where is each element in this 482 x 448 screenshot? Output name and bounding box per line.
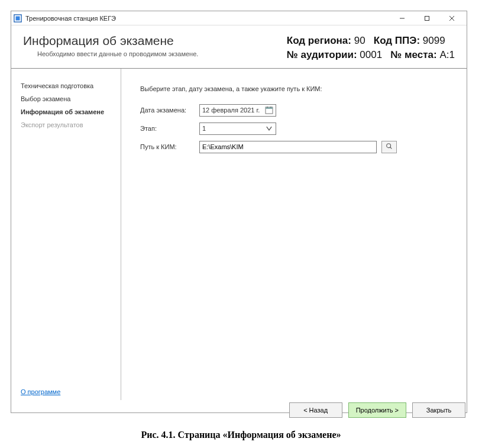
kim-path-label: Путь к КИМ: bbox=[140, 143, 199, 150]
svg-point-10 bbox=[387, 144, 391, 148]
row-kim-path: Путь к КИМ: bbox=[140, 141, 454, 153]
minimize-button[interactable] bbox=[390, 12, 415, 25]
kim-path-input[interactable] bbox=[202, 143, 374, 150]
header-right: Код региона: 90 Код ППЭ: 9099 № аудитори… bbox=[287, 34, 455, 62]
maximize-button[interactable] bbox=[415, 12, 439, 25]
browse-button[interactable] bbox=[381, 141, 397, 153]
titlebar: Тренировочная станция КЕГЭ bbox=[11, 11, 467, 25]
app-icon bbox=[14, 14, 22, 22]
main-panel: Выберите этап, дату экзамена, а также ук… bbox=[121, 69, 467, 400]
calendar-icon[interactable] bbox=[265, 106, 273, 114]
close-button[interactable] bbox=[439, 12, 464, 25]
place-number-value: A:1 bbox=[439, 49, 455, 60]
exam-date-label: Дата экзамена: bbox=[140, 107, 199, 114]
row-exam-date: Дата экзамена: 12 февраля 2021 г. bbox=[140, 104, 454, 117]
header-left: Информация об экзамене Необходимо ввести… bbox=[23, 34, 198, 57]
continue-button[interactable]: Продолжить > bbox=[348, 402, 406, 418]
room-number-value: 0001 bbox=[360, 49, 382, 60]
stage-combo[interactable]: 1 bbox=[199, 123, 276, 135]
place-number-label: № места: bbox=[390, 49, 436, 60]
footer-buttons: < Назад Продолжить > Закрыть bbox=[289, 402, 465, 418]
row-stage: Этап: 1 bbox=[140, 123, 454, 135]
window-title: Тренировочная станция КЕГЭ bbox=[25, 15, 116, 22]
sidebar-item-exam-select[interactable]: Выбор экзамена bbox=[11, 92, 121, 105]
svg-rect-3 bbox=[425, 16, 429, 20]
about-link[interactable]: О программе bbox=[11, 383, 121, 400]
kim-path-field[interactable] bbox=[199, 141, 377, 153]
page-title: Информация об экзамене bbox=[23, 34, 198, 48]
exam-date-value: 12 февраля 2021 г. bbox=[202, 107, 260, 114]
ppe-code-value: 9099 bbox=[423, 35, 445, 46]
sidebar-item-exam-info[interactable]: Информация об экзамене bbox=[11, 105, 121, 118]
ppe-code-label: Код ППЭ: bbox=[374, 35, 420, 46]
header: Информация об экзамене Необходимо ввести… bbox=[11, 25, 467, 69]
sidebar-item-tech-prep[interactable]: Техническая подготовка bbox=[11, 79, 121, 92]
page-subtitle: Необходимо ввести данные о проводимом эк… bbox=[23, 50, 198, 57]
figure-caption: Рис. 4.1. Страница «Информация об экзаме… bbox=[0, 430, 482, 440]
stage-value: 1 bbox=[202, 125, 206, 132]
body: Техническая подготовка Выбор экзамена Ин… bbox=[11, 69, 467, 400]
sidebar: Техническая подготовка Выбор экзамена Ин… bbox=[11, 69, 121, 400]
stage-label: Этап: bbox=[140, 125, 199, 132]
search-icon bbox=[386, 143, 393, 151]
room-number-label: № аудитории: bbox=[287, 49, 357, 60]
region-code-label: Код региона: bbox=[287, 35, 351, 46]
sidebar-item-export: Экспорт результатов bbox=[11, 118, 121, 131]
region-code-value: 90 bbox=[354, 35, 365, 46]
sidebar-items: Техническая подготовка Выбор экзамена Ин… bbox=[11, 79, 121, 383]
exam-date-field[interactable]: 12 февраля 2021 г. bbox=[199, 104, 276, 117]
chevron-down-icon bbox=[265, 124, 273, 133]
close-app-button[interactable]: Закрыть bbox=[412, 402, 465, 418]
svg-line-11 bbox=[390, 147, 392, 149]
svg-rect-7 bbox=[266, 107, 273, 109]
instruction-text: Выберите этап, дату экзамена, а также ук… bbox=[140, 85, 454, 92]
window-buttons bbox=[390, 12, 464, 25]
svg-rect-1 bbox=[16, 16, 20, 20]
back-button[interactable]: < Назад bbox=[289, 402, 342, 418]
app-window: Тренировочная станция КЕГЭ Информация об… bbox=[11, 11, 467, 413]
